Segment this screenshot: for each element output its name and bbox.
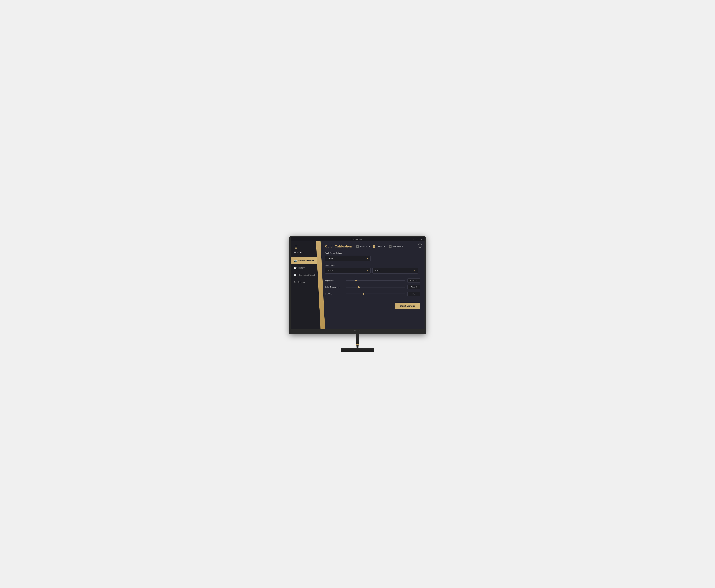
color-gamut-arrow-1: ▾ xyxy=(367,270,368,272)
sidebar: 🖥 PA32DC ▾ 📷 Color Calibration 🕐 xyxy=(290,241,321,329)
brightness-slider-wrap[interactable] xyxy=(346,280,405,281)
gamma-value: 2.2 xyxy=(407,292,420,296)
start-calibration-button[interactable]: Start Calibration xyxy=(395,303,420,309)
apply-target-dropdown-row: sRGB ▾ xyxy=(325,256,420,261)
sidebar-item-label-history: History xyxy=(299,267,305,269)
preset-mode-label: Preset Mode xyxy=(360,245,370,248)
color-gamut-dropdown-2[interactable]: sRGB ▾ xyxy=(372,268,418,274)
color-temperature-slider-wrap[interactable] xyxy=(346,287,405,288)
preset-mode-checkbox[interactable] xyxy=(356,245,359,248)
brightness-value: 80 cd/m2 xyxy=(407,278,420,282)
maximize-button[interactable]: □ xyxy=(416,238,419,240)
mode-option-preset[interactable]: Preset Mode xyxy=(356,245,370,248)
apply-target-value: sRGB xyxy=(328,257,333,259)
page-header: Color Calibration Preset Mode User Mode … xyxy=(325,245,420,248)
brightness-row: Brightness 80 cd/m2 xyxy=(325,278,420,282)
mode-option-user2[interactable]: User Mode 2 xyxy=(389,245,403,248)
sidebar-item-settings[interactable]: ⚙ Settings xyxy=(290,278,321,286)
apply-target-label: Apply Target Settings xyxy=(325,252,420,254)
color-temperature-value: 6,500K xyxy=(407,285,420,289)
color-calibration-icon: 📷 xyxy=(294,259,297,262)
gamma-track xyxy=(346,294,405,294)
info-button[interactable]: i xyxy=(418,244,422,248)
color-temperature-row: Color Temperature 6,500K xyxy=(325,285,420,289)
sidebar-item-label-settings: Settings xyxy=(298,281,305,283)
sidebar-nav: 📷 Color Calibration 🕐 History 📄 Customiz… xyxy=(290,257,321,286)
window-controls: ─ □ ✕ xyxy=(412,238,422,240)
color-gamut-value-2: sRGB xyxy=(375,270,380,272)
stand-base xyxy=(341,348,374,352)
asus-logo: /ASUS xyxy=(354,330,361,332)
color-gamut-dropdown-1[interactable]: sRGB ▾ xyxy=(325,268,371,274)
apply-target-arrow: ▾ xyxy=(367,257,368,259)
sidebar-item-label-color-calibration: Color Calibration xyxy=(299,259,315,262)
color-gamut-section: Color Gamut sRGB ▾ sRGB ▾ xyxy=(325,264,420,277)
monitor-bezel: Color Calibration ─ □ ✕ 🖥 PA32DC ▾ xyxy=(289,236,426,334)
stand-neck xyxy=(354,334,361,348)
slider-section: Brightness 80 cd/m2 Color Temperature xyxy=(325,278,420,298)
monitor-bottom-bar: /ASUS xyxy=(290,329,425,332)
brightness-thumb[interactable] xyxy=(355,279,357,281)
calibration-btn-row: Start Calibration xyxy=(325,303,420,309)
customized-target-icon: 📄 xyxy=(294,274,297,276)
color-temperature-thumb[interactable] xyxy=(358,286,360,288)
settings-icon: ⚙ xyxy=(294,281,296,284)
history-icon: 🕐 xyxy=(294,267,297,269)
page-title: Color Calibration xyxy=(325,245,352,248)
color-gamut-arrow-2: ▾ xyxy=(414,270,415,272)
sidebar-brand: 🖥 PA32DC ▾ xyxy=(290,241,321,256)
monitor-brand-icon: 🖥 xyxy=(294,245,298,249)
monitor-screen: Color Calibration ─ □ ✕ 🖥 PA32DC ▾ xyxy=(290,237,425,329)
user2-mode-label: User Mode 2 xyxy=(393,245,403,248)
title-bar: Color Calibration ─ □ ✕ xyxy=(290,237,425,241)
minimize-button[interactable]: ─ xyxy=(412,238,415,240)
main-content: i Color Calibration Preset Mode User Mo xyxy=(321,241,425,329)
device-name: PA32DC xyxy=(294,251,302,254)
brightness-track xyxy=(346,280,405,281)
color-gamut-value-1: sRGB xyxy=(328,270,333,272)
brightness-label: Brightness xyxy=(325,279,343,281)
stand-neck-ring xyxy=(355,344,360,345)
color-gamut-dropdown-row: sRGB ▾ sRGB ▾ xyxy=(325,268,420,274)
close-button[interactable]: ✕ xyxy=(420,238,423,240)
device-dropdown-arrow: ▾ xyxy=(303,252,304,253)
user2-mode-checkbox[interactable] xyxy=(389,245,391,248)
monitor-outer: Color Calibration ─ □ ✕ 🖥 PA32DC ▾ xyxy=(289,236,426,352)
sidebar-item-label-customized-target: Customized Target xyxy=(299,274,315,276)
sidebar-item-color-calibration[interactable]: 📷 Color Calibration xyxy=(290,257,321,264)
gamma-slider-wrap[interactable] xyxy=(346,294,405,294)
color-gamut-label: Color Gamut xyxy=(325,264,420,267)
user1-mode-label: User Mode 1 xyxy=(376,245,387,248)
app-body: 🖥 PA32DC ▾ 📷 Color Calibration 🕐 xyxy=(290,241,425,329)
device-selector[interactable]: PA32DC ▾ xyxy=(294,251,304,254)
color-temperature-track xyxy=(346,287,405,288)
gamma-label: Gamma xyxy=(325,293,343,295)
mode-option-user1[interactable]: User Mode 1 xyxy=(373,245,387,248)
window-title: Color Calibration xyxy=(302,238,412,240)
apply-target-section: Apply Target Settings sRGB ▾ xyxy=(325,252,420,264)
gamma-row: Gamma 2.2 xyxy=(325,292,420,296)
mode-buttons: Preset Mode User Mode 1 User Mode 2 xyxy=(356,245,403,248)
user1-mode-checkbox[interactable] xyxy=(373,245,375,248)
sidebar-item-customized-target[interactable]: 📄 Customized Target xyxy=(290,271,321,278)
sidebar-item-history[interactable]: 🕐 History xyxy=(290,264,321,271)
color-temperature-label: Color Temperature xyxy=(325,286,343,288)
gamma-thumb[interactable] xyxy=(363,293,364,295)
apply-target-dropdown[interactable]: sRGB ▾ xyxy=(325,256,371,261)
